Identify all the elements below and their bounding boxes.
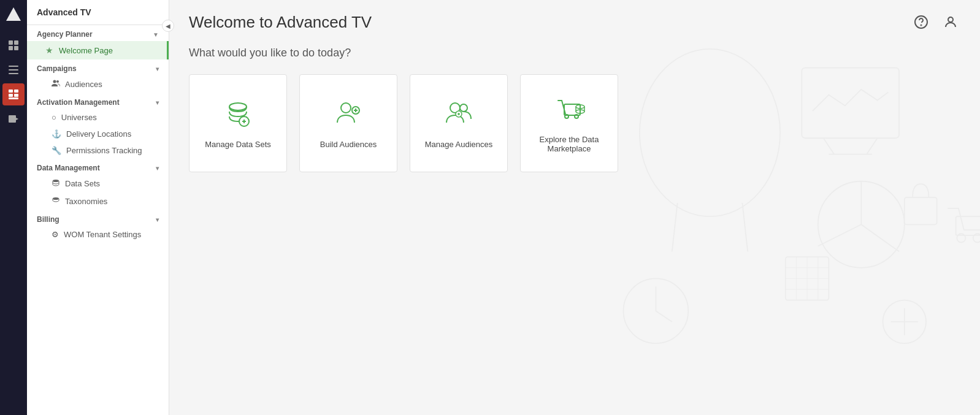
- svg-rect-4: [14, 46, 18, 50]
- activation-management-label: Activation Management: [37, 98, 120, 107]
- billing-chevron: ▾: [156, 216, 159, 223]
- svg-point-65: [575, 115, 578, 118]
- svg-rect-11: [14, 94, 18, 97]
- sidebar-item-audiences[interactable]: Audiences: [27, 75, 169, 93]
- rail-icon-video[interactable]: [2, 108, 25, 130]
- svg-rect-1: [9, 40, 13, 45]
- data-sets-icon: [52, 178, 60, 189]
- audiences-icon: [52, 79, 60, 89]
- build-audiences-icon: [332, 98, 364, 132]
- welcome-page-label: Welcome Page: [59, 46, 113, 55]
- rail-icon-list[interactable]: [2, 59, 25, 81]
- audiences-label: Audiences: [65, 80, 102, 89]
- svg-rect-6: [9, 69, 18, 70]
- star-icon: ★: [44, 45, 54, 55]
- svg-rect-9: [14, 89, 18, 93]
- svg-rect-2: [14, 40, 18, 45]
- cards-section: What would you like to do today? Manage …: [169, 42, 980, 187]
- card-explore-data-marketplace[interactable]: Explore the Data Marketplace: [520, 74, 618, 172]
- cards-subtitle: What would you like to do today?: [189, 47, 960, 59]
- svg-line-20: [672, 203, 678, 251]
- svg-point-26: [818, 181, 905, 268]
- wom-tenant-settings-label: WOM Tenant Settings: [64, 230, 141, 239]
- card-manage-data-sets[interactable]: Manage Data Sets: [189, 74, 287, 172]
- activation-chevron: ▾: [156, 99, 159, 106]
- settings-icon: ⚙: [52, 230, 59, 239]
- universes-icon: ○: [52, 113, 56, 122]
- svg-rect-3: [9, 46, 13, 50]
- manage-audiences-label: Manage Audiences: [425, 140, 493, 149]
- agency-planner-chevron: ▼: [153, 31, 159, 38]
- svg-marker-0: [6, 7, 21, 21]
- build-audiences-label: Build Audiences: [320, 140, 377, 149]
- svg-point-44: [882, 300, 926, 344]
- data-management-label: Data Management: [37, 164, 100, 172]
- user-icon[interactable]: [941, 12, 960, 32]
- svg-point-64: [565, 115, 568, 118]
- sidebar-section-data-management[interactable]: Data Management ▾: [27, 159, 169, 175]
- svg-line-29: [818, 224, 862, 246]
- sidebar-section-campaigns[interactable]: Campaigns ▾: [27, 59, 169, 75]
- svg-point-48: [921, 25, 922, 26]
- svg-rect-34: [786, 257, 829, 300]
- campaigns-label: Campaigns: [37, 64, 77, 73]
- app-logo[interactable]: [4, 5, 23, 25]
- sidebar-header: Advanced TV: [27, 0, 169, 25]
- sidebar-section-billing[interactable]: Billing ▾: [27, 210, 169, 226]
- sidebar-item-taxonomies[interactable]: Taxonomies: [27, 192, 169, 210]
- sidebar-section-agency-planner[interactable]: Agency Planner ▼: [27, 25, 169, 41]
- svg-line-21: [742, 203, 748, 251]
- svg-point-15: [53, 80, 56, 83]
- agency-planner-label: Agency Planner: [37, 30, 93, 39]
- card-manage-audiences[interactable]: Manage Audiences: [410, 74, 508, 172]
- svg-rect-8: [9, 89, 13, 93]
- svg-rect-33: [905, 197, 937, 224]
- permissions-icon: 🔧: [52, 146, 61, 155]
- svg-point-18: [53, 197, 59, 200]
- svg-rect-30: [955, 216, 980, 235]
- sidebar-collapse-button[interactable]: ◀: [162, 20, 174, 32]
- cards-grid: Manage Data Sets Build Audiences: [189, 74, 960, 172]
- sidebar-item-wom-tenant-settings[interactable]: ⚙ WOM Tenant Settings: [27, 226, 169, 243]
- svg-marker-14: [16, 118, 18, 120]
- svg-line-43: [656, 311, 672, 322]
- campaigns-chevron: ▾: [156, 66, 159, 72]
- explore-data-marketplace-label: Explore the Data Marketplace: [530, 135, 608, 153]
- sidebar: Advanced TV Agency Planner ▼ ★ Welcome P…: [27, 0, 169, 415]
- taxonomies-icon: [52, 196, 60, 207]
- card-build-audiences[interactable]: Build Audiences: [299, 74, 397, 172]
- sidebar-item-permissions-tracking[interactable]: 🔧 Permissions Tracking: [27, 142, 169, 159]
- svg-line-28: [861, 224, 899, 251]
- help-icon[interactable]: [911, 12, 931, 32]
- manage-data-sets-icon: [222, 98, 254, 132]
- billing-label: Billing: [37, 215, 59, 224]
- rail-icon-grid[interactable]: [2, 34, 25, 56]
- icon-rail: [0, 0, 27, 415]
- sidebar-app-title: Advanced TV: [37, 7, 91, 17]
- svg-rect-13: [9, 115, 16, 123]
- svg-point-17: [53, 180, 59, 182]
- svg-point-32: [973, 234, 980, 242]
- sidebar-item-data-sets[interactable]: Data Sets: [27, 175, 169, 192]
- sidebar-item-universes[interactable]: ○ Universes: [27, 109, 169, 126]
- svg-rect-7: [9, 73, 18, 74]
- manage-audiences-icon: [443, 98, 475, 132]
- data-sets-label: Data Sets: [65, 179, 100, 188]
- sidebar-section-activation[interactable]: Activation Management ▾: [27, 93, 169, 109]
- svg-rect-10: [9, 94, 13, 97]
- data-management-chevron: ▾: [156, 165, 159, 172]
- svg-point-16: [56, 80, 59, 83]
- manage-data-sets-label: Manage Data Sets: [205, 140, 271, 149]
- delivery-locations-label: Delivery Locations: [66, 129, 131, 139]
- permissions-tracking-label: Permissions Tracking: [66, 146, 142, 155]
- sidebar-item-delivery-locations[interactable]: ⚓ Delivery Locations: [27, 126, 169, 142]
- header-icons: [911, 12, 960, 32]
- page-title: Welcome to Advanced TV: [189, 13, 372, 32]
- svg-point-41: [623, 278, 688, 343]
- rail-icon-campaigns[interactable]: [2, 83, 25, 105]
- delivery-icon: ⚓: [52, 129, 61, 139]
- svg-point-54: [341, 103, 351, 113]
- sidebar-item-welcome-page[interactable]: ★ Welcome Page: [27, 41, 169, 59]
- explore-data-marketplace-icon: [553, 93, 585, 128]
- svg-point-31: [957, 234, 965, 242]
